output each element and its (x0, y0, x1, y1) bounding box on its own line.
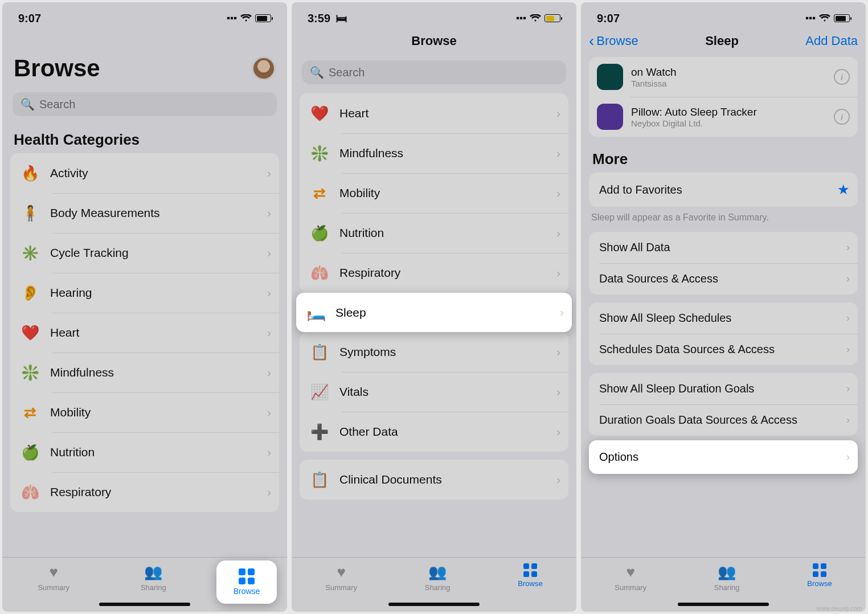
plus-icon: ➕ (309, 421, 330, 443)
category-respiratory[interactable]: 🫁Respiratory› (300, 253, 568, 293)
category-other-data[interactable]: ➕Other Data› (300, 412, 568, 452)
heart-icon: ♥ (337, 563, 345, 581)
search-input[interactable] (39, 98, 269, 111)
duration-group: Show All Sleep Duration Goals› Duration … (589, 373, 858, 436)
chevron-right-icon: › (556, 227, 560, 240)
favorites-hint: Sleep will appear as a Favorite in Summa… (581, 207, 866, 232)
tab-bar: ♥Summary 👥Sharing Browse (581, 557, 866, 612)
grid-icon (523, 563, 537, 577)
show-all-data-row[interactable]: Show All Data› (589, 232, 858, 263)
status-bar: 9:07 ▪▪▪ (2, 2, 287, 27)
schedules-sources-row[interactable]: Schedules Data Sources & Access› (589, 334, 858, 365)
chevron-right-icon: › (267, 247, 271, 260)
add-data-button[interactable]: Add Data (805, 34, 858, 48)
chevron-right-icon: › (267, 366, 271, 379)
options-row[interactable]: Options › (589, 440, 858, 474)
chevron-right-icon: › (556, 425, 560, 439)
heart-icon: ❤️ (309, 103, 330, 124)
app-row[interactable]: Pillow: Auto Sleep TrackerNeybox Digital… (589, 97, 858, 137)
category-body-measurements[interactable]: 🧍Body Measurements› (10, 193, 279, 233)
show-all-schedules-row[interactable]: Show All Sleep Schedules› (589, 302, 858, 334)
chevron-right-icon: › (846, 414, 850, 426)
data-sources-row[interactable]: Data Sources & Access› (589, 263, 858, 294)
chevron-right-icon: › (267, 326, 271, 339)
section-header: Health Categories (2, 125, 287, 153)
category-hearing[interactable]: 👂Hearing› (10, 273, 279, 313)
wifi-icon (530, 14, 541, 22)
data-group: Show All Data› Data Sources & Access› (589, 232, 858, 294)
category-symptoms[interactable]: 📋Symptoms› (300, 332, 568, 372)
category-activity[interactable]: 🔥Activity› (10, 153, 279, 193)
info-icon[interactable]: i (834, 69, 850, 85)
favorites-group: Add to Favorites ★ (589, 173, 858, 207)
tab-browse[interactable]: Browse (518, 563, 542, 612)
row-clinical-documents[interactable]: 📋Clinical Documents› (300, 460, 568, 500)
body-icon: 🧍 (19, 202, 41, 224)
info-icon[interactable]: i (834, 109, 850, 125)
page-title: Browse (411, 34, 456, 48)
chevron-right-icon: › (556, 147, 560, 160)
ear-icon: 👂 (19, 282, 41, 304)
star-icon: ★ (837, 182, 850, 198)
category-mobility[interactable]: ⇄Mobility› (300, 173, 568, 213)
people-icon: 👥 (144, 563, 162, 581)
screen-browse-categories: 9:07 ▪▪▪ Browse 🔍 Health Categories 🔥Act… (2, 2, 287, 612)
page-title: Browse (14, 55, 100, 82)
profile-avatar[interactable] (252, 56, 276, 80)
cycle-icon: ✳️ (19, 242, 41, 264)
nav-bar: Browse (292, 27, 576, 57)
category-sleep[interactable]: 🛏️ Sleep › (296, 293, 572, 332)
apps-list: on WatchTantsissa i Pillow: Auto Sleep T… (589, 57, 858, 137)
app-icon (597, 104, 623, 130)
status-icons: ▪▪▪ (227, 13, 271, 24)
cellular-icon: ▪▪▪ (516, 13, 526, 24)
categories-list: 🔥Activity› 🧍Body Measurements› ✳️Cycle T… (10, 153, 279, 512)
chevron-right-icon: › (556, 473, 560, 486)
chevron-right-icon: › (267, 406, 271, 419)
tab-bar: ♥Summary 👥Sharing Browse (292, 557, 576, 612)
categories-list: ❤️Heart› ❇️Mindfulness› ⇄Mobility› 🍏Nutr… (300, 93, 568, 293)
app-row[interactable]: on WatchTantsissa i (589, 57, 858, 97)
status-icons: ▪▪▪ (516, 13, 560, 24)
chevron-right-icon: › (556, 346, 560, 359)
mobility-icon: ⇄ (309, 182, 330, 204)
search-field[interactable]: 🔍 (302, 60, 566, 84)
screen-browse-sleep: 3:59🛏︎ ▪▪▪ Browse 🔍 ❤️Heart› ❇️Mindfulne… (292, 2, 576, 612)
mindfulness-icon: ❇️ (19, 362, 41, 383)
category-mobility[interactable]: ⇄Mobility› (10, 392, 279, 432)
heart-icon: ❤️ (19, 322, 41, 343)
category-heart[interactable]: ❤️Heart› (10, 313, 279, 353)
home-indicator[interactable] (678, 603, 769, 606)
chevron-right-icon: › (846, 273, 850, 285)
duration-sources-row[interactable]: Duration Goals Data Sources & Access› (589, 404, 858, 436)
home-indicator[interactable] (99, 603, 190, 606)
category-respiratory[interactable]: 🫁Respiratory› (10, 472, 279, 512)
category-mindfulness[interactable]: ❇️Mindfulness› (10, 353, 279, 392)
back-button[interactable]: ‹Browse (589, 32, 638, 50)
chevron-right-icon: › (560, 306, 564, 319)
chevron-right-icon: › (846, 241, 850, 253)
tab-summary[interactable]: ♥Summary (38, 563, 69, 612)
chevron-left-icon: ‹ (589, 32, 594, 50)
search-input[interactable] (329, 66, 558, 79)
search-icon: 🔍 (21, 97, 35, 111)
wifi-icon (240, 14, 252, 22)
tab-summary[interactable]: ♥Summary (615, 563, 646, 612)
categories-list-bottom: 📋Symptoms› 📈Vitals› ➕Other Data› (300, 332, 568, 452)
category-nutrition[interactable]: 🍏Nutrition› (10, 432, 279, 472)
heart-icon: ♥ (626, 563, 634, 581)
search-field[interactable]: 🔍 (13, 92, 277, 116)
home-indicator[interactable] (388, 603, 480, 606)
chevron-right-icon: › (556, 107, 560, 120)
category-cycle-tracking[interactable]: ✳️Cycle Tracking› (10, 233, 279, 273)
status-icons: ▪▪▪ (805, 13, 850, 24)
category-mindfulness[interactable]: ❇️Mindfulness› (300, 133, 568, 173)
show-duration-goals-row[interactable]: Show All Sleep Duration Goals› (589, 373, 858, 404)
category-vitals[interactable]: 📈Vitals› (300, 372, 568, 412)
grid-icon (813, 563, 826, 577)
tab-summary[interactable]: ♥Summary (325, 563, 357, 612)
category-nutrition[interactable]: 🍏Nutrition› (300, 213, 568, 253)
add-to-favorites-row[interactable]: Add to Favorites ★ (589, 173, 858, 207)
category-heart[interactable]: ❤️Heart› (300, 93, 568, 133)
tab-browse[interactable]: Browse (216, 560, 277, 604)
